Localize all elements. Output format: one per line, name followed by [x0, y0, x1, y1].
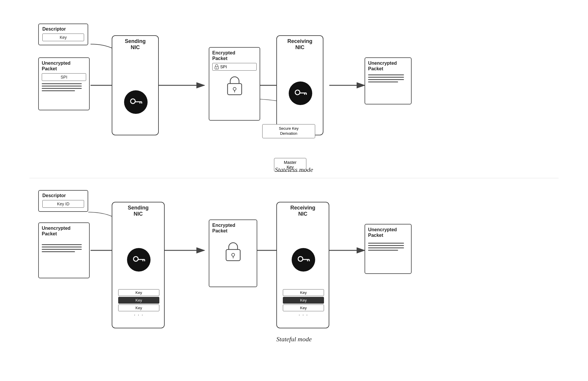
stateless-enc-spi-lock — [214, 64, 219, 69]
stateless-mode-label: Stateless mode — [275, 166, 313, 174]
stateful-unencrypted-lines — [42, 244, 86, 252]
stateful-sending-key-dots: · · · — [118, 312, 159, 318]
stateful-output-lines — [368, 243, 408, 251]
stateless-sending-nic: SendingNIC — [112, 35, 159, 135]
stateful-sending-key-row-2: Key — [118, 297, 159, 304]
stateful-descriptor-keyid: Key ID — [42, 200, 84, 208]
stateful-unencrypted-title: UnencryptedPacket — [42, 225, 71, 237]
stateless-sending-key-icon — [129, 98, 143, 107]
stateless-receiving-key-circle — [289, 81, 312, 105]
stateless-receiving-nic: ReceivingNIC Secure Key Derivation Maste… — [276, 35, 323, 135]
stateful-encrypted-packet: EncryptedPacket — [209, 219, 257, 287]
stateful-sending-nic: SendingNIC Key Key Key · · · — [112, 202, 165, 328]
stateless-enc-lock-icon — [226, 75, 243, 96]
svg-point-39 — [232, 253, 235, 256]
stateful-sending-key-circle — [127, 248, 151, 272]
stateful-section: Descriptor Key ID UnencryptedPacket Send… — [29, 181, 559, 346]
stateful-enc-lock — [212, 241, 254, 262]
stateless-unencrypted-lines — [42, 83, 86, 91]
stateful-descriptor: Descriptor Key ID — [38, 190, 88, 212]
svg-point-21 — [295, 90, 300, 95]
stateful-output-packet: UnencryptedPacket — [365, 224, 412, 274]
stateless-sending-nic-label: SendingNIC — [122, 36, 149, 53]
stateful-descriptor-title: Descriptor — [42, 193, 84, 198]
stateful-output-title: UnencryptedPacket — [368, 227, 397, 238]
stateless-output-lines — [368, 74, 408, 82]
stateful-sending-key-table: Key Key Key · · · — [118, 289, 159, 318]
stateless-output-packet: UnencryptedPacket — [365, 57, 412, 104]
stateful-sending-key-icon — [132, 255, 146, 264]
svg-point-17 — [216, 68, 217, 69]
stateless-receiving-key-icon — [294, 89, 307, 98]
stateful-sending-nic-label: SendingNIC — [125, 202, 152, 219]
stateless-receiving-nic-label: ReceivingNIC — [284, 36, 315, 53]
svg-point-12 — [131, 99, 135, 104]
stateless-section: Descriptor Key UnencryptedPacket SPI Sen… — [29, 12, 559, 177]
svg-point-34 — [133, 257, 138, 261]
section-divider — [29, 178, 559, 178]
stateful-encrypted-title: EncryptedPacket — [212, 222, 235, 234]
stateful-enc-lock-icon — [224, 241, 242, 262]
stateless-descriptor: Descriptor Key — [38, 24, 88, 45]
stateful-receiving-key-row-3: Key — [283, 305, 324, 311]
stateful-sending-key-row-3: Key — [118, 305, 159, 311]
stateful-unencrypted-packet: UnencryptedPacket — [38, 222, 90, 278]
stateless-unencrypted-title: UnencryptedPacket — [42, 60, 71, 71]
stateful-receiving-key-circle — [292, 248, 315, 272]
stateful-receiving-nic: ReceivingNIC Key Key Key · · · — [276, 202, 329, 328]
svg-rect-18 — [228, 84, 242, 95]
stateful-receiving-key-row-1: Key — [283, 289, 324, 296]
stateless-encrypted-title: EncryptedPacket — [212, 50, 235, 61]
stateless-enc-lock — [212, 75, 257, 96]
stateful-receiving-key-dots: · · · — [283, 312, 324, 318]
stateful-receiving-key-icon — [297, 255, 310, 264]
stateless-encrypted-packet: EncryptedPacket SPI — [209, 47, 260, 121]
stateless-enc-spi: SPI — [212, 63, 257, 71]
stateful-sending-key-row-1: Key — [118, 289, 159, 296]
stateless-unencrypted-packet: UnencryptedPacket SPI — [38, 57, 90, 110]
stateless-skd-box: Secure Key Derivation — [262, 124, 315, 138]
stateful-mode-label: Stateful mode — [276, 335, 312, 343]
svg-rect-38 — [226, 249, 240, 261]
stateless-sending-key-circle — [124, 90, 148, 114]
diagram-container: Descriptor Key UnencryptedPacket SPI Sen… — [0, 0, 588, 381]
stateless-descriptor-key: Key — [42, 34, 84, 41]
stateful-receiving-key-row-2: Key — [283, 297, 324, 304]
stateless-descriptor-title: Descriptor — [42, 26, 84, 32]
stateless-output-title: UnencryptedPacket — [368, 60, 397, 71]
stateless-spi-label: SPI — [42, 73, 86, 81]
stateful-receiving-key-table: Key Key Key · · · — [283, 289, 324, 318]
stateful-receiving-nic-label: ReceivingNIC — [287, 202, 318, 219]
svg-point-41 — [298, 257, 303, 261]
svg-point-19 — [233, 87, 236, 90]
stateless-skd-label: Secure Key Derivation — [265, 126, 312, 136]
